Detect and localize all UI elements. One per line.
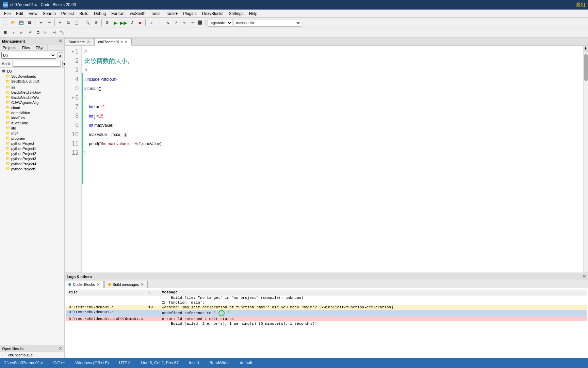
tree-item-ideaexa[interactable]: 📁 ideaExa: [0, 115, 64, 120]
scroll-up-btn[interactable]: ▲: [584, 46, 588, 52]
menu-tools[interactable]: Tools: [148, 11, 163, 17]
tree-item-python6[interactable]: 📁 pythonProject5: [0, 166, 64, 171]
build-tab-close[interactable]: ✕: [141, 282, 144, 287]
cut-btn[interactable]: ✂: [56, 19, 64, 27]
menu-edit[interactable]: Edit: [13, 11, 26, 17]
tb2-btn2[interactable]: ↕: [10, 29, 17, 36]
tb2-uncomment-btn[interactable]: */: [26, 29, 33, 36]
tree-item-python1[interactable]: 📁 pythonProject: [0, 141, 64, 146]
rebuild-btn[interactable]: ↺: [128, 19, 135, 27]
next2-btn[interactable]: ⇒: [180, 19, 187, 27]
tree-item-python3[interactable]: 📁 pythonProject2: [0, 151, 64, 156]
build-row-3[interactable]: D:\test\ch07demo01.c 10 warning: implici…: [66, 305, 587, 310]
tree-item-baidu2[interactable]: 📁 BaiduNetdiskWo: [0, 95, 64, 100]
menu-search[interactable]: Search: [40, 11, 59, 17]
close-open-files-btn[interactable]: ✕: [59, 346, 62, 351]
tab-files[interactable]: Files: [19, 45, 33, 50]
menu-fortran[interactable]: Fortran: [109, 11, 127, 17]
new-btn[interactable]: 📄: [1, 19, 9, 27]
tree-item-cjava[interactable]: 📁 CJAVAgradeAlig: [0, 100, 64, 105]
close-bottom-panel-btn[interactable]: ✕: [582, 274, 586, 279]
tree-item-360driver[interactable]: 📁 360驱动大师目录: [0, 79, 64, 85]
row3-message: warning: implicit declaration of functio…: [159, 305, 587, 310]
build-row-5[interactable]: D:\test\ch07demo01.o:ch07demo01.c error:…: [66, 317, 587, 321]
tree-item-drive[interactable]: 💻 D:\: [0, 68, 64, 74]
run-btn[interactable]: ▶: [112, 19, 119, 27]
tab-fsyn[interactable]: FSyn: [33, 45, 48, 50]
tree-item-aa[interactable]: 📁 aa: [0, 85, 64, 90]
mask-label: Mask:: [1, 62, 11, 66]
build-btn[interactable]: ⚙: [103, 19, 111, 27]
redo-btn[interactable]: ↪: [45, 19, 53, 27]
menu-build[interactable]: Build: [77, 11, 91, 17]
toolbar2: ⊞ ↕ /* */ ⊡ ⊢ ⊣ 🔧: [0, 28, 588, 37]
tab-start-close[interactable]: ✕: [87, 40, 90, 44]
mask-input[interactable]: [13, 61, 61, 67]
menu-debug[interactable]: Debug: [91, 11, 109, 17]
menu-doxyblocks[interactable]: DoxyBlocks: [199, 11, 226, 17]
tree-item-life[interactable]: 📁 life: [0, 125, 64, 131]
next-btn[interactable]: →: [156, 19, 163, 27]
step-out-btn[interactable]: ↗: [172, 19, 179, 27]
continue-btn[interactable]: ⇢: [188, 19, 196, 27]
save-btn[interactable]: 💾: [18, 19, 25, 27]
build-run-btn[interactable]: ▶▶: [120, 19, 127, 27]
open-btn[interactable]: 📂: [10, 19, 17, 27]
folder-icon: 📁: [5, 162, 10, 166]
tb2-btn6[interactable]: ⊢: [42, 29, 50, 36]
tab-build-messages[interactable]: Build messages ✕: [104, 281, 148, 288]
close-management-btn[interactable]: ✕: [59, 39, 62, 44]
status-extra: default: [240, 361, 252, 365]
tree-item-python2[interactable]: 📁 pythonProject1: [0, 146, 64, 151]
paste-btn[interactable]: 📋: [73, 19, 80, 27]
menu-plugins[interactable]: Plugins: [180, 11, 199, 17]
tb2-btn8[interactable]: 🔧: [59, 29, 66, 36]
codeblocks-tab-close[interactable]: ✕: [97, 282, 100, 287]
tree-item-program[interactable]: 📁 program: [0, 136, 64, 141]
menu-help[interactable]: Help: [246, 11, 260, 17]
tree-item-360downloads[interactable]: 📁 360Downloads: [0, 74, 64, 79]
folder-icon: 📁: [5, 131, 10, 135]
global-selector[interactable]: <global>: [208, 19, 232, 27]
tree-item-python5[interactable]: 📁 pythonProject4: [0, 161, 64, 166]
tree-item-label: pythonProject3: [11, 157, 36, 161]
menu-settings[interactable]: Settings: [226, 11, 246, 17]
tb2-btn5[interactable]: ⊡: [34, 29, 42, 36]
drive-up-btn[interactable]: ▲: [58, 52, 63, 58]
tab-ch07demo01[interactable]: ch07demo01.c ✕: [94, 38, 132, 46]
menu-view[interactable]: View: [26, 11, 40, 17]
tree-item-python4[interactable]: 📁 pythonProject3: [0, 156, 64, 161]
tree-item-itecslide[interactable]: 📁 ItSecSlide: [0, 120, 64, 125]
menu-toolsplus[interactable]: Tools+: [163, 11, 180, 17]
tab-file-close[interactable]: ✕: [125, 40, 128, 44]
function-selector[interactable]: main() : int: [233, 19, 301, 27]
drive-select[interactable]: D:\: [1, 52, 56, 59]
find-btn[interactable]: 🔍: [84, 19, 92, 27]
tree-item-mp4[interactable]: 📁 mp4: [0, 131, 64, 136]
tree-item-demovideo[interactable]: 📁 demoVideo: [0, 110, 64, 115]
v-scroll-thumb[interactable]: [584, 54, 588, 81]
undo-btn[interactable]: ↩: [37, 19, 45, 27]
copy-btn[interactable]: ⧉: [65, 19, 72, 27]
tab-projects[interactable]: Projects: [0, 45, 19, 50]
debug-btn[interactable]: ▷: [147, 19, 155, 27]
tb2-btn7[interactable]: ⊣: [50, 29, 58, 36]
menu-wxsmith[interactable]: wxSmith: [127, 11, 148, 17]
step-in-btn[interactable]: ↘: [164, 19, 171, 27]
stop-btn[interactable]: ■: [136, 19, 144, 27]
tab-codeblocks[interactable]: Code::Blocks ✕: [65, 281, 104, 288]
menu-project[interactable]: Project: [59, 11, 77, 17]
tree-item-baidu1[interactable]: 📁 BaiduNetdiskDow: [0, 90, 64, 95]
save-all-btn[interactable]: 🖫: [26, 19, 33, 27]
stop-debug-btn[interactable]: ⬛: [196, 19, 204, 27]
tree-item-label: pythonProject4: [11, 162, 36, 166]
menu-file[interactable]: File: [1, 11, 13, 17]
tree-item-cloud[interactable]: 📁 cloud: [0, 105, 64, 110]
left-panel: Management ✕ Projects Files FSyn D:\ ▲ M…: [0, 37, 65, 358]
build-row-4[interactable]: D:\test\ch07demo01.c undefined reference…: [66, 310, 587, 317]
tb2-comment-btn[interactable]: /*: [18, 29, 25, 36]
open-file-ch07demo01[interactable]: 📄 ch07demo01.c: [0, 352, 64, 358]
tb2-btn1[interactable]: ⊞: [1, 29, 9, 36]
tab-start-here[interactable]: Start here ✕: [65, 38, 94, 45]
find2-btn[interactable]: ⊕: [92, 19, 100, 27]
